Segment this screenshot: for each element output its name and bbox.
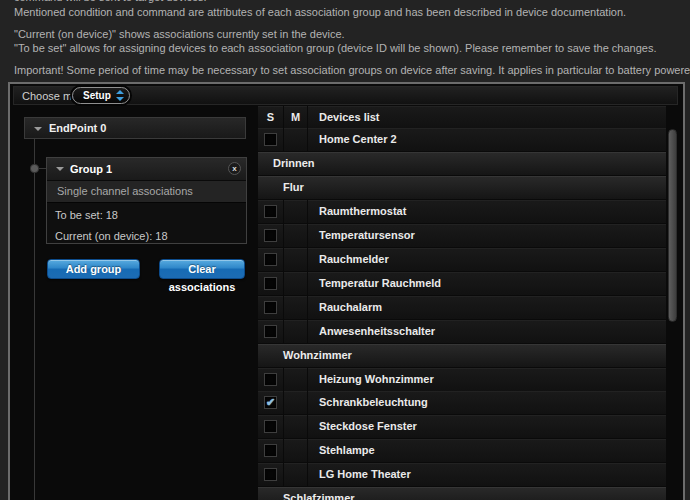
close-icon[interactable]: x — [228, 162, 241, 175]
column-header-s: S — [258, 106, 283, 128]
s-cell — [258, 296, 283, 319]
device-row-label: Rauchalarm — [308, 296, 666, 319]
s-cell — [258, 128, 283, 151]
select-checkbox[interactable]: ✔ — [264, 396, 277, 409]
section-label: Wohnzimmer — [283, 349, 352, 361]
s-cell — [258, 200, 283, 223]
endpoint-label: EndPoint 0 — [49, 118, 106, 138]
section-row: Drinnen — [258, 152, 666, 175]
tree-node-dot — [30, 164, 39, 173]
m-cell — [284, 200, 307, 223]
group-subtitle: Single channel associations — [47, 181, 246, 203]
m-cell — [284, 391, 307, 414]
section-row: Schlafzimmer — [258, 487, 666, 500]
group-body: To be set: 18 Current (on device): 18 — [47, 203, 246, 249]
select-checkbox[interactable] — [264, 133, 277, 146]
s-cell — [258, 463, 283, 486]
s-cell — [258, 224, 283, 247]
m-cell — [284, 128, 307, 151]
s-cell — [258, 368, 283, 391]
select-checkbox[interactable] — [264, 277, 277, 290]
mode-select-value: Setup — [83, 88, 111, 103]
endpoint-header[interactable]: EndPoint 0 — [24, 117, 246, 139]
m-cell — [284, 272, 307, 295]
s-cell — [258, 248, 283, 271]
tree-vertical-line — [34, 139, 35, 500]
section-label: Schlafzimmer — [283, 492, 355, 500]
select-checkbox[interactable] — [264, 420, 277, 433]
m-cell — [284, 224, 307, 247]
association-settings-page: command will be sent to target devices. … — [0, 0, 690, 500]
help-paragraph-1: Mentioned condition and command are attr… — [14, 6, 626, 19]
m-cell — [284, 248, 307, 271]
device-row-label: Temperatursensor — [308, 224, 666, 247]
select-checkbox[interactable] — [264, 468, 277, 481]
column-header-m: M — [284, 106, 307, 128]
group-box: Group 1 x Single channel associations To… — [46, 157, 247, 244]
help-paragraph-3: Important! Some period of time may be ne… — [14, 64, 690, 77]
mode-select-dropdown[interactable]: Setup — [72, 87, 130, 104]
device-row-label: Raumthermostat — [308, 200, 666, 223]
m-cell — [284, 415, 307, 438]
m-cell — [284, 296, 307, 319]
m-cell — [284, 368, 307, 391]
add-group-button[interactable]: Add group — [47, 259, 140, 279]
group-header[interactable]: Group 1 x — [47, 158, 246, 181]
s-cell — [258, 415, 283, 438]
device-row-label: Steckdose Fenster — [308, 415, 666, 438]
help-paragraph-2a: "Current (on device)" shows associations… — [14, 28, 345, 41]
device-row-label: Heizung Wohnzimmer — [308, 368, 666, 391]
scrollbar-thumb[interactable] — [668, 129, 677, 322]
section-label: Drinnen — [273, 157, 315, 169]
select-checkbox[interactable] — [264, 301, 277, 314]
m-cell — [284, 320, 307, 343]
help-paragraph-2b: "To be set" allows for assigning devices… — [14, 42, 656, 55]
check-icon: ✔ — [265, 397, 276, 408]
device-row-label: LG Home Theater — [308, 463, 666, 486]
m-cell — [284, 463, 307, 486]
column-header-devices-list: Devices list — [308, 106, 666, 128]
select-checkbox[interactable] — [264, 325, 277, 338]
s-cell: ✔ — [258, 391, 283, 414]
device-row-label: Rauchmelder — [308, 248, 666, 271]
select-checkbox[interactable] — [264, 444, 277, 457]
help-clipped-line: command will be sent to target devices. — [14, 0, 207, 4]
select-checkbox[interactable] — [264, 373, 277, 386]
select-checkbox[interactable] — [264, 253, 277, 266]
s-cell — [258, 320, 283, 343]
section-row: Wohnzimmer — [258, 344, 666, 367]
chevron-down-icon — [56, 167, 64, 171]
s-cell — [258, 439, 283, 462]
s-cell — [258, 272, 283, 295]
to-be-set-value: To be set: 18 — [55, 209, 238, 222]
current-on-device-value: Current (on device): 18 — [55, 230, 238, 243]
device-row-label: Stehlampe — [308, 439, 666, 462]
device-row-label: Home Center 2 — [308, 128, 666, 151]
device-row-label: Schrankbeleuchtung — [308, 391, 666, 414]
clear-associations-button[interactable]: Clear associations — [159, 259, 245, 279]
m-cell — [284, 439, 307, 462]
section-label: Flur — [283, 181, 304, 193]
chevron-down-icon — [34, 127, 42, 131]
group-title: Group 1 — [70, 158, 112, 180]
select-checkbox[interactable] — [264, 229, 277, 242]
select-checkbox[interactable] — [264, 205, 277, 218]
spinner-updown-icon — [116, 90, 124, 101]
section-row: Flur — [258, 176, 666, 199]
device-row-label: Anwesenheitsschalter — [308, 320, 666, 343]
device-row-label: Temperatur Rauchmeld — [308, 272, 666, 295]
